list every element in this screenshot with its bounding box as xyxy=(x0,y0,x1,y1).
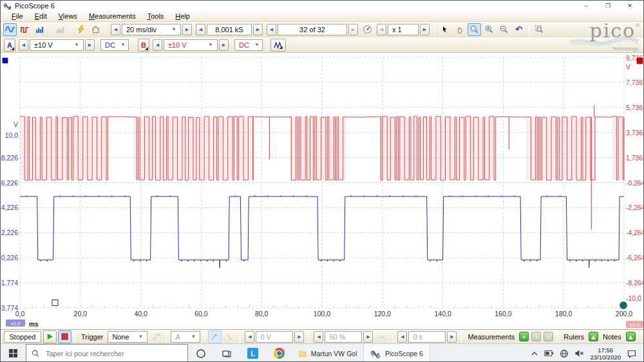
trigger-delay-field: 0 s xyxy=(408,331,446,343)
add-measurement-button[interactable]: + xyxy=(519,332,529,341)
channel-a-coupling-select[interactable]: DC ▼ xyxy=(100,39,129,51)
start-capture-button[interactable] xyxy=(43,330,57,343)
timebase-next-button[interactable]: ▶ xyxy=(182,24,192,35)
svg-text:-8,264: -8,264 xyxy=(626,279,644,287)
menu-help[interactable]: Help xyxy=(169,12,196,21)
channel-b-range-next-button[interactable]: ▶ xyxy=(219,39,229,51)
svg-text:8,226: 8,226 xyxy=(1,154,18,162)
menu-measurements[interactable]: Measurements xyxy=(83,12,142,21)
scope-view-button[interactable] xyxy=(3,23,17,36)
zoom-factor-field[interactable]: x 1 xyxy=(388,24,419,35)
waveform-generator-icon xyxy=(273,41,283,50)
zoom-overview-button[interactable] xyxy=(533,23,546,36)
lightning-icon xyxy=(77,24,86,34)
rulers-button[interactable]: ▲ xyxy=(589,332,598,341)
taskbar-app-picoscope[interactable]: PicoScope 6 xyxy=(363,344,430,362)
channel-a-coupling-value: DC xyxy=(105,41,115,49)
cortana-icon xyxy=(196,348,206,359)
zoom-in-step-button[interactable]: ▶ xyxy=(420,24,430,35)
cortana-button[interactable] xyxy=(188,344,214,362)
network-globe-icon[interactable] xyxy=(560,349,569,358)
channel-a-range-select[interactable]: ±10 V ▼ xyxy=(30,39,84,51)
search-input[interactable] xyxy=(44,349,182,358)
dropdown-caret-icon: ▼ xyxy=(133,334,144,339)
menu-file[interactable]: File xyxy=(6,12,29,21)
hand-tool-button[interactable] xyxy=(453,23,466,36)
svg-text:0,226: 0,226 xyxy=(1,254,18,262)
taskbar-search[interactable] xyxy=(26,344,188,362)
minimize-button[interactable]: – xyxy=(575,1,597,11)
menu-edit[interactable]: Edit xyxy=(29,12,53,21)
channel-b-coupling-select[interactable]: DC ▼ xyxy=(234,39,263,51)
pico-technology-logo: pico® Technology xyxy=(570,23,639,52)
channel-a-range-next-button[interactable]: ▶ xyxy=(85,39,95,51)
separator xyxy=(204,331,205,343)
samples-next-button[interactable]: ▶ xyxy=(253,24,263,35)
svg-text:180,0: 180,0 xyxy=(555,310,572,318)
menu-views[interactable]: Views xyxy=(53,12,83,21)
dropdown-caret-icon: ▼ xyxy=(166,26,176,32)
scope-plot-svg[interactable]: 0,020,040,060,080,0100,0120,0140,0160,01… xyxy=(1,53,644,329)
zoom-out-tool-button[interactable] xyxy=(497,23,511,36)
volume-muted-icon[interactable] xyxy=(574,349,584,357)
trigger-delay-value: 0 s xyxy=(413,333,422,341)
buffer-prev-button[interactable]: ◀ xyxy=(267,24,276,35)
svg-text:80,0: 80,0 xyxy=(255,310,269,318)
status-button[interactable]: Stopped xyxy=(4,331,41,343)
restore-button[interactable]: ❐ xyxy=(597,1,619,11)
scope-plot-area[interactable]: 0,020,040,060,080,0100,0120,0140,0160,01… xyxy=(1,53,644,329)
advanced-trigger-icon xyxy=(152,332,161,341)
spectrum-bars-icon xyxy=(35,25,44,34)
channel-a-range-prev-button[interactable]: ◀ xyxy=(19,39,28,51)
taskbar-app-folder[interactable]: Martun VW Golf Cr... xyxy=(292,344,363,362)
task-view-button[interactable] xyxy=(214,344,240,362)
pre-trigger-value: 50 % xyxy=(329,333,345,341)
task-view-icon xyxy=(222,348,232,359)
undo-zoom-button[interactable]: ↶ xyxy=(512,23,526,36)
picoscope-app-icon xyxy=(3,2,12,10)
rising-edge-icon xyxy=(211,332,219,341)
close-button[interactable]: ✕ xyxy=(619,1,641,11)
zoom-select-icon xyxy=(469,24,479,34)
zoom-overview-icon xyxy=(535,24,544,34)
channel-b-range-prev-button[interactable]: ◀ xyxy=(153,39,162,51)
persistence-view-button[interactable] xyxy=(18,23,32,36)
channel-b-button[interactable]: B xyxy=(138,39,149,52)
remove-measurement-button: − xyxy=(531,332,541,341)
taskbar-clock[interactable]: 17:56 23/10/2020 xyxy=(590,347,621,361)
trigger-delay-up-button: ▶ xyxy=(447,331,457,343)
stop-capture-button[interactable] xyxy=(58,330,71,343)
pinned-app-l-button[interactable]: L xyxy=(240,344,266,362)
separator xyxy=(392,331,393,343)
rulers-label: Rulers xyxy=(564,333,584,341)
channel-b-range-select[interactable]: ±10 V ▼ xyxy=(164,39,218,51)
timebase-select[interactable]: 20 ms/div ▼ xyxy=(122,24,181,35)
buffer-position-field[interactable]: 32 of 32 xyxy=(278,24,347,35)
buffer-navigator-button[interactable] xyxy=(361,23,374,36)
normal-selection-tool-button[interactable] xyxy=(438,23,451,36)
svg-text:x1.0: x1.0 xyxy=(630,322,640,328)
trigger-mode-select[interactable]: None ▼ xyxy=(108,331,147,343)
start-button[interactable] xyxy=(1,344,26,362)
home-button[interactable] xyxy=(89,23,102,36)
separator xyxy=(529,24,529,35)
menu-tools[interactable]: Tools xyxy=(142,12,170,21)
samples-field[interactable]: 8,001 kS xyxy=(207,24,252,35)
x-axis-labels: 0,020,040,060,080,0100,0120,0140,0160,01… xyxy=(15,310,633,318)
auto-setup-button[interactable] xyxy=(74,23,88,36)
action-center-icon[interactable] xyxy=(627,349,637,358)
signal-generator-button[interactable] xyxy=(270,39,286,52)
samples-prev-button[interactable]: ◀ xyxy=(196,24,205,35)
chrome-button[interactable] xyxy=(266,344,292,362)
zoom-in-tool-button[interactable] xyxy=(482,23,496,36)
marquee-zoom-tool-button[interactable] xyxy=(468,23,481,36)
rising-edge-button xyxy=(208,330,222,343)
measurements-label: Measurements xyxy=(468,333,515,341)
notes-button[interactable]: ▲ xyxy=(626,332,636,341)
spectrum-view-button[interactable] xyxy=(33,23,46,36)
tray-chevron-icon[interactable] xyxy=(531,350,538,357)
stop-icon xyxy=(61,333,68,340)
timebase-prev-button[interactable]: ◀ xyxy=(111,24,120,35)
battery-icon[interactable] xyxy=(544,350,554,357)
channel-a-button[interactable]: A xyxy=(4,39,15,52)
